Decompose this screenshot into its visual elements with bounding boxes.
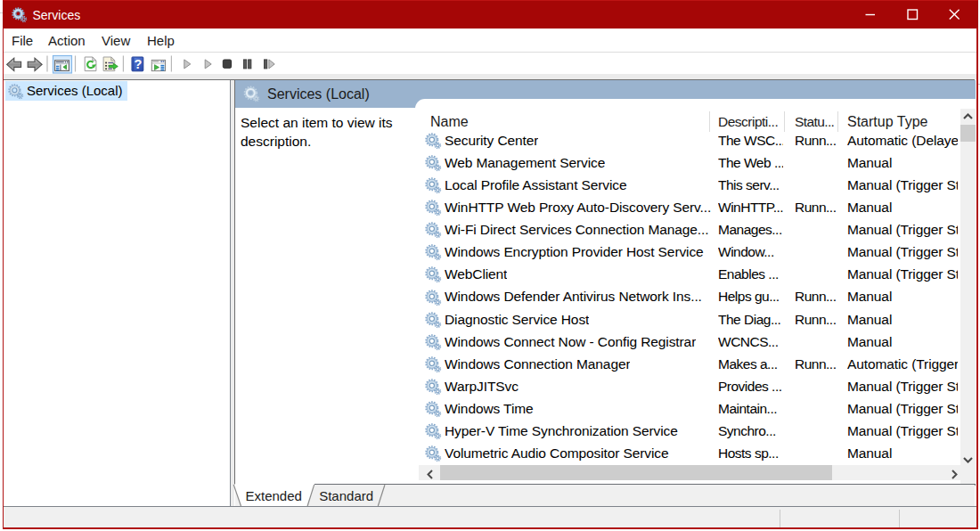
svg-text:Standard: Standard — [319, 488, 373, 503]
svg-text:?: ? — [135, 57, 143, 71]
svg-text:Extended: Extended — [246, 488, 302, 503]
